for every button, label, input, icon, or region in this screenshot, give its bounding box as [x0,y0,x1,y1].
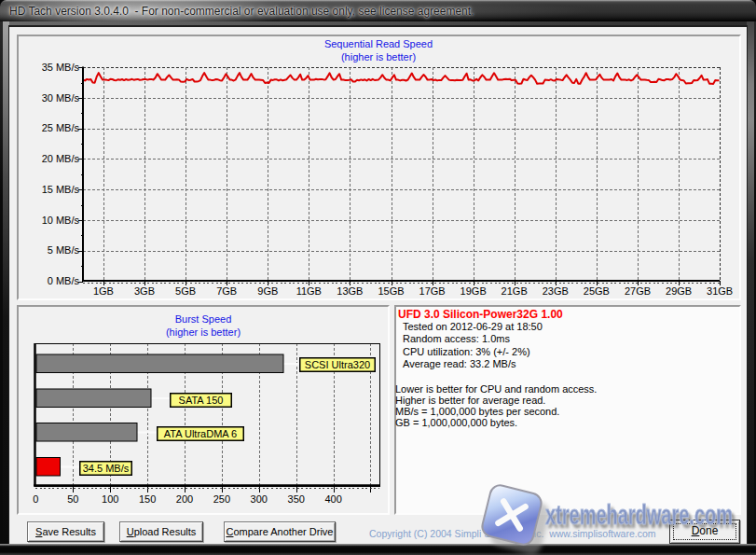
svg-text:xtremehardware.com: xtremehardware.com [545,499,733,530]
